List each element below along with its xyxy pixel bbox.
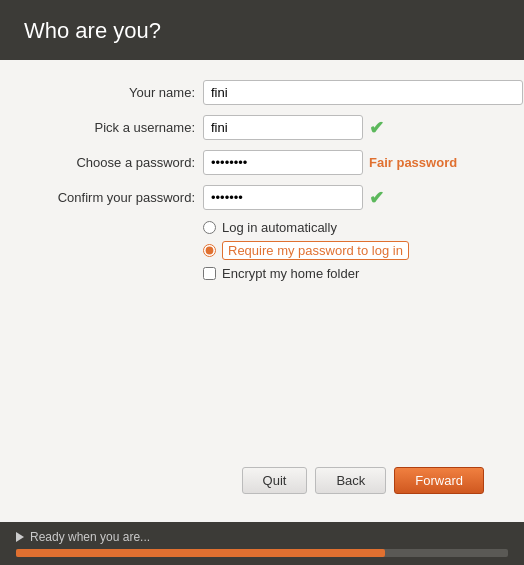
encrypt-row: Encrypt my home folder xyxy=(203,266,484,281)
username-row: Pick a username: ✔ xyxy=(40,115,484,140)
name-row: Your name: ✔ xyxy=(40,80,484,105)
name-label: Your name: xyxy=(40,85,195,100)
form-section: Your name: ✔ Pick a username: ✔ Choose a… xyxy=(40,80,484,281)
title-bar: Who are you? xyxy=(0,0,524,60)
password-input[interactable] xyxy=(203,150,363,175)
autologin-label[interactable]: Log in automatically xyxy=(222,220,337,235)
autologin-radio[interactable] xyxy=(203,221,216,234)
username-input[interactable] xyxy=(203,115,363,140)
autologin-row: Log in automatically xyxy=(203,220,484,235)
login-options: Log in automatically Require my password… xyxy=(203,220,484,260)
username-field-group: ✔ xyxy=(203,115,384,140)
page-title: Who are you? xyxy=(24,18,500,44)
progress-bar-fill xyxy=(16,549,385,557)
status-bar: Ready when you are... xyxy=(0,522,524,565)
encrypt-label[interactable]: Encrypt my home folder xyxy=(222,266,359,281)
confirm-input[interactable] xyxy=(203,185,363,210)
username-check-icon: ✔ xyxy=(369,117,384,139)
confirm-row: Confirm your password: ✔ xyxy=(40,185,484,210)
encrypt-checkbox[interactable] xyxy=(203,267,216,280)
progress-bar-background xyxy=(16,549,508,557)
name-field-group: ✔ xyxy=(203,80,524,105)
name-input[interactable] xyxy=(203,80,523,105)
password-field-group: Fair password xyxy=(203,150,457,175)
password-row: Choose a password: Fair password xyxy=(40,150,484,175)
require-password-radio[interactable] xyxy=(203,244,216,257)
status-message: Ready when you are... xyxy=(30,530,150,544)
dialog: Who are you? Your name: ✔ Pick a usernam… xyxy=(0,0,524,565)
status-text-row: Ready when you are... xyxy=(16,530,508,544)
password-strength-label: Fair password xyxy=(369,155,457,170)
require-password-row: Require my password to log in xyxy=(203,241,484,260)
quit-button[interactable]: Quit xyxy=(242,467,308,494)
content-area: Your name: ✔ Pick a username: ✔ Choose a… xyxy=(0,60,524,522)
status-triangle-icon xyxy=(16,532,24,542)
forward-button[interactable]: Forward xyxy=(394,467,484,494)
confirm-field-group: ✔ xyxy=(203,185,384,210)
require-password-label[interactable]: Require my password to log in xyxy=(222,241,409,260)
back-button[interactable]: Back xyxy=(315,467,386,494)
username-label: Pick a username: xyxy=(40,120,195,135)
confirm-label: Confirm your password: xyxy=(40,190,195,205)
password-label: Choose a password: xyxy=(40,155,195,170)
confirm-check-icon: ✔ xyxy=(369,187,384,209)
button-row: Quit Back Forward xyxy=(40,457,484,502)
